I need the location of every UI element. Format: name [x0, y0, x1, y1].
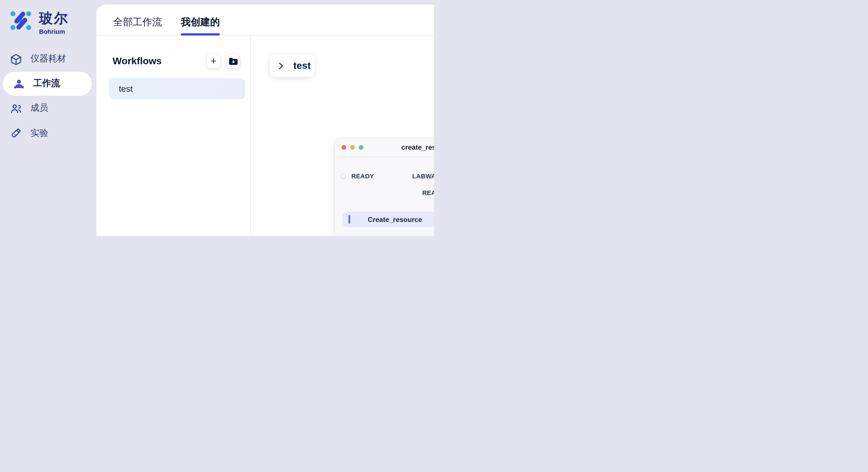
workflow-icon [13, 78, 25, 90]
folder-download-icon [228, 57, 238, 65]
workflow-list-item[interactable]: test [109, 78, 245, 99]
sidebar: 玻尔 Bohrium 仪器耗材 工作流 [0, 0, 96, 236]
add-workflow-button[interactable]: + [207, 55, 220, 68]
breadcrumb[interactable]: test [270, 55, 315, 77]
tab-all-workflows[interactable]: 全部工作流 [113, 9, 162, 35]
plus-icon: + [211, 56, 216, 66]
sidebar-item-experiments[interactable]: 实验 [0, 121, 96, 146]
panel-title: Workflows [113, 56, 162, 67]
bohrium-workflow-app: 玻尔 Bohrium 仪器耗材 工作流 [0, 0, 434, 236]
sidebar-item-members[interactable]: 成员 [0, 96, 96, 121]
sidebar-item-label: 工作流 [33, 78, 60, 90]
chevron-right-icon [278, 62, 284, 70]
sidebar-item-label: 仪器耗材 [30, 53, 66, 65]
node-create-resource[interactable]: create_resource READY LABWARE [334, 138, 434, 236]
tab-my-created[interactable]: 我创建的 [181, 9, 220, 35]
sidebar-nav: 仪器耗材 工作流 成员 [0, 46, 96, 146]
node-title: create_resource [402, 143, 434, 151]
sidebar-item-label: 成员 [30, 102, 48, 114]
workflow-tabbar: 全部工作流 我创建的 [96, 5, 434, 36]
experiment-icon [10, 128, 22, 139]
import-workflow-button[interactable] [226, 55, 240, 68]
workflows-panel: Workflows + test [96, 36, 251, 236]
bohrium-logo-icon [9, 9, 32, 32]
sidebar-item-workflows[interactable]: 工作流 [3, 71, 92, 96]
main-content: 全部工作流 我创建的 Workflows + [96, 5, 434, 236]
brand-name-cn: 玻尔 [39, 9, 69, 28]
package-icon [10, 53, 22, 65]
node-header: create_resource [335, 138, 434, 157]
sidebar-item-label: 实验 [30, 127, 48, 139]
node-body-create-resource[interactable]: Create_resource [343, 212, 434, 227]
brand-logo: 玻尔 Bohrium [9, 9, 69, 35]
members-icon [10, 103, 22, 114]
brand-name-en: Bohrium [39, 28, 69, 35]
sidebar-item-instruments[interactable]: 仪器耗材 [0, 46, 96, 71]
port-in-ready[interactable] [341, 174, 346, 179]
flow-canvas[interactable]: test ⌘ 美化 [251, 36, 434, 236]
window-dots-icon [342, 145, 363, 150]
breadcrumb-label: test [293, 60, 311, 71]
